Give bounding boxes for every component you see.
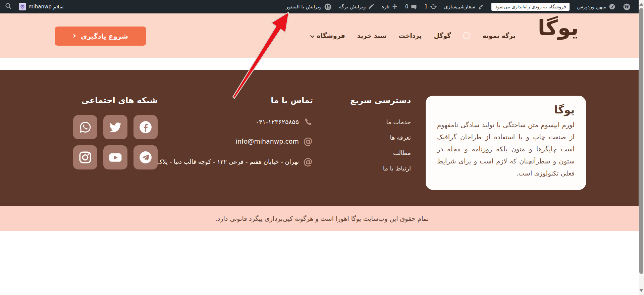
wp-admin-bar: سلام mihanwp W میهن وردپرس فروشگاه به زو…: [0, 0, 644, 13]
about-text: لورم ایپسوم متن ساختگی با تولید سادگی نا…: [437, 119, 575, 180]
comment-icon: [411, 4, 417, 10]
facebook-icon[interactable]: [133, 115, 158, 139]
quick-access-links: خدمات ما تعرفه ها مطالب ارتباط با ما: [350, 118, 411, 172]
link-our-services[interactable]: خدمات ما: [350, 118, 411, 126]
start-learning-button[interactable]: شروع یادگیری ‹: [55, 27, 146, 46]
youtube-icon[interactable]: [103, 145, 127, 169]
site-logo[interactable]: یوگا: [538, 15, 579, 40]
mihanwp-avatar: [19, 3, 26, 10]
copyright-text: تمام حقوق این وب‌سایت یوگا اهورا است و ه…: [215, 215, 429, 222]
nav-item-google[interactable]: گوگل: [434, 32, 451, 39]
copyright-bar: تمام حقوق این وب‌سایت یوگا اهورا است و ه…: [0, 206, 644, 231]
pencil-icon: [368, 4, 374, 10]
customize-menu[interactable]: سفارشی‌سازی: [444, 4, 484, 10]
svg-text:W: W: [624, 4, 629, 9]
contact-phone: ۰۴۱-۱۲۳۶۲۵۸۵۵: [256, 118, 299, 126]
main-nav: برگه نمونه گوگل پرداخت سبد خرید فروشگاه: [310, 13, 516, 58]
nav-item-sample-page[interactable]: برگه نمونه: [482, 32, 516, 39]
at-address-icon: @: [303, 156, 313, 167]
contact-rows: ۰۴۱-۱۲۳۶۲۵۸۵۵ @ info@mihanwp.com @ تهران…: [152, 117, 313, 167]
gauge-icon: [609, 3, 615, 10]
at-email-icon: @: [303, 136, 313, 147]
page: سلام mihanwp W میهن وردپرس فروشگاه به زو…: [0, 0, 644, 295]
scrollbar-thumb[interactable]: [639, 8, 643, 274]
footer-contact: تماس با ما ۰۴۱-۱۲۳۶۲۵۸۵۵ @ info@mihanwp.…: [152, 96, 313, 167]
edit-with-elementor-menu[interactable]: ویرایش با المنتور: [286, 3, 332, 11]
howdy-account-menu[interactable]: سلام mihanwp: [19, 3, 63, 10]
footer-quick-access: دسترسی سریع خدمات ما تعرفه ها مطالب ارتب…: [350, 96, 411, 172]
new-content-menu[interactable]: + تازه: [381, 4, 397, 10]
nav-item-cart[interactable]: سبد خرید: [357, 32, 387, 39]
updates-menu[interactable]: 1: [424, 3, 437, 10]
contact-address: تهران - خیابان هفتم - فرعی ۱۳۲ - کوچه قا…: [152, 158, 299, 165]
phone-icon: [303, 117, 313, 126]
comments-menu[interactable]: 0: [405, 4, 417, 10]
about-title: یوگا: [437, 104, 575, 116]
brush-icon: [478, 4, 484, 10]
site-name-label: میهن وردپرس: [577, 4, 606, 10]
admin-bar-right-group: W میهن وردپرس فروشگاه به زودی راه‌اندازی…: [286, 0, 631, 13]
edit-with-elementor-label: ویرایش با المنتور: [286, 4, 322, 10]
contact-email-row[interactable]: @ info@mihanwp.com: [152, 136, 313, 147]
site-header: یوگا برگه نمونه گوگل پرداخت سبد خرید فرو…: [0, 13, 644, 58]
footer-social: شبکه های اجتماعی: [73, 96, 158, 169]
telegram-icon[interactable]: [133, 145, 158, 169]
admin-bar-left-group: سلام mihanwp: [5, 0, 63, 13]
cta-label: شروع یادگیری: [81, 32, 128, 40]
nav-item-shop[interactable]: فروشگاه: [310, 32, 345, 39]
customize-label: سفارشی‌سازی: [444, 4, 475, 10]
scrollbar-down-arrow-icon[interactable]: [639, 289, 643, 292]
chevron-down-icon: [310, 32, 314, 39]
nav-label: پرداخت: [398, 32, 422, 39]
scrollbar-up-arrow-icon[interactable]: [639, 3, 643, 6]
new-label: تازه: [381, 4, 389, 10]
comments-count: 0: [405, 4, 409, 10]
howdy-label: سلام mihanwp: [29, 4, 63, 10]
plus-icon: +: [392, 3, 398, 10]
footer-about-card: یوگا لورم ایپسوم متن ساختگی با تولید ساد…: [426, 96, 586, 190]
nav-label: فروشگاه: [317, 32, 345, 39]
store-notice-badge[interactable]: فروشگاه به زودی راه‌اندازی می‌شود: [491, 3, 570, 11]
quick-access-title: دسترسی سریع: [350, 96, 411, 105]
vertical-scrollbar: [639, 0, 644, 295]
edit-page-menu[interactable]: ویرایش برگه: [339, 4, 374, 10]
search-icon[interactable]: [5, 2, 12, 11]
twitter-icon[interactable]: [103, 115, 127, 139]
link-tariffs[interactable]: تعرفه ها: [350, 134, 411, 141]
link-contact-us[interactable]: ارتباط با ما: [350, 165, 411, 172]
wordpress-logo: W: [623, 3, 631, 11]
update-icon: [430, 3, 437, 10]
link-posts[interactable]: مطالب: [350, 149, 411, 156]
chevron-left-icon: ‹: [73, 31, 76, 40]
nav-loader-circle: [463, 32, 470, 39]
site-name-menu[interactable]: میهن وردپرس: [577, 3, 615, 10]
instagram-icon[interactable]: [73, 145, 97, 169]
elementor-icon: [324, 3, 332, 11]
nav-label: برگه نمونه: [482, 32, 516, 39]
contact-email: info@mihanwp.com: [236, 138, 299, 145]
contact-address-row: @ تهران - خیابان هفتم - فرعی ۱۳۲ - کوچه …: [152, 156, 313, 167]
social-grid: [73, 115, 158, 169]
nav-label: سبد خرید: [357, 32, 387, 39]
nav-item-checkout[interactable]: پرداخت: [398, 32, 422, 39]
site-footer: یوگا لورم ایپسوم متن ساختگی با تولید ساد…: [0, 70, 644, 206]
updates-count: 1: [424, 4, 428, 10]
wordpress-menu[interactable]: W: [623, 3, 631, 11]
contact-phone-row[interactable]: ۰۴۱-۱۲۳۶۲۵۸۵۵: [152, 117, 313, 126]
social-title: شبکه های اجتماعی: [73, 96, 158, 105]
edit-page-label: ویرایش برگه: [339, 4, 366, 10]
nav-label: گوگل: [434, 32, 451, 39]
contact-title: تماس با ما: [152, 96, 313, 105]
whatsapp-icon[interactable]: [73, 115, 97, 139]
